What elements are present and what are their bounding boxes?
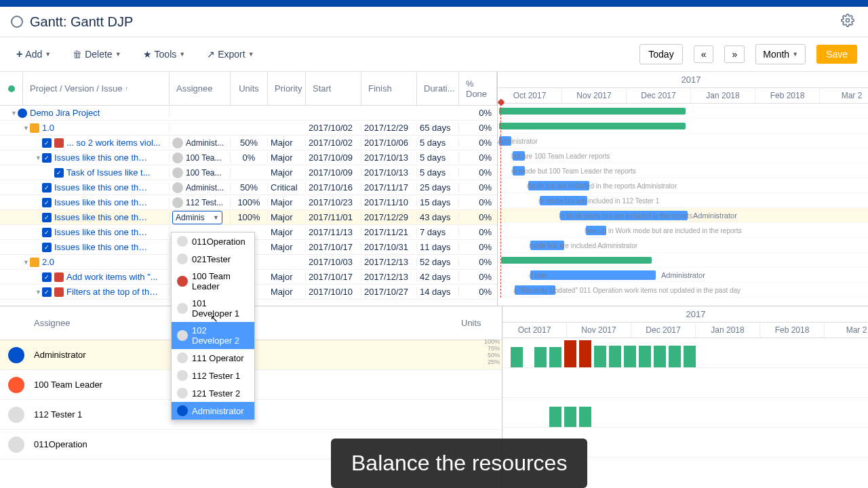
expand-toggle[interactable]: ▼	[35, 155, 42, 161]
gantt-row	[498, 104, 868, 119]
task-link[interactable]: Issues like this one tha...	[54, 197, 149, 207]
task-link[interactable]: Issues like this one tha...	[54, 152, 149, 163]
histogram-bar	[579, 407, 591, 427]
task-link[interactable]: Issues like this one tha...	[54, 212, 149, 222]
dropdown-item[interactable]: 121 Tester 2	[172, 384, 254, 402]
dropdown-item[interactable]: 100 Team Leader	[172, 268, 254, 295]
add-button[interactable]: +Add▼	[11, 45, 56, 63]
task-row[interactable]: ▼1.02017/10/022017/12/2965 days0%	[0, 121, 497, 136]
task-link[interactable]: 2.0	[42, 257, 54, 267]
month-header: Mar 2	[825, 323, 868, 338]
today-button[interactable]: Today	[639, 44, 682, 64]
gantt-row: rk mode but are included in 112 Tester 1	[498, 193, 868, 208]
dropdown-item[interactable]: 102 Developer 2	[172, 322, 254, 349]
checkbox-icon: ✓	[42, 213, 52, 222]
avatar-icon	[172, 197, 183, 208]
version-icon	[30, 123, 39, 133]
gantt-bar[interactable]: how up in Work mode but are included in …	[586, 226, 606, 235]
task-link[interactable]: Task of Issues like t...	[66, 167, 151, 178]
prev-button[interactable]: «	[694, 45, 714, 63]
checkbox-icon: ✓	[42, 243, 52, 252]
export-button[interactable]: ↗Export▼	[201, 46, 259, 62]
gantt-bar[interactable]	[499, 108, 686, 115]
assignee-dropdown[interactable]: 011Operation021Tester100 Team Leader101 …	[171, 232, 255, 420]
task-link[interactable]: Issues like this one tha...	[54, 242, 149, 252]
col-assignee[interactable]: Assignee	[170, 72, 231, 105]
col-priority[interactable]: Priority	[268, 72, 306, 105]
gantt-row: rk mode but 100 Team Leader the reports	[498, 163, 868, 178]
task-link[interactable]: Demo Jira Project	[30, 108, 100, 118]
gantt-bar[interactable]: In Work mode but are included in the rep…	[560, 211, 688, 220]
col-start[interactable]: Start	[306, 72, 361, 105]
gantt-bar[interactable]: rk mode but 100 Team Leader the reports	[513, 166, 525, 176]
pct-scale: 100%75%50%25%	[484, 338, 500, 365]
expand-toggle[interactable]: ▼	[11, 110, 18, 117]
dropdown-item[interactable]: Administrator	[172, 402, 254, 420]
avatar-icon	[177, 352, 188, 363]
gantt-bar[interactable]	[501, 257, 652, 264]
version-icon	[30, 258, 39, 267]
dropdown-item[interactable]: 011Operation	[172, 232, 254, 250]
expand-toggle[interactable]: ▼	[23, 259, 30, 266]
gantt-row: In Work mode but are included in the rep…	[498, 208, 868, 223]
task-row[interactable]: ✓Task of Issues like t...100 Tea...Major…	[0, 165, 497, 180]
task-link[interactable]: Filters at the top of the...	[66, 287, 161, 297]
scale-select[interactable]: Month▼	[755, 44, 806, 64]
col-duration[interactable]: Durati...	[417, 72, 459, 105]
dropdown-item[interactable]: 101 Developer 1	[172, 295, 254, 322]
assignee-combo[interactable]: Adminis▼	[172, 211, 222, 224]
gantt-row	[498, 253, 868, 268]
gantt-bar[interactable]: a "Recently Updated" 011 Operation work …	[515, 285, 555, 295]
task-row[interactable]: ✓Issues like this one tha...Administ...5…	[0, 180, 497, 195]
avatar-icon	[8, 436, 24, 453]
col-units[interactable]: Units	[231, 72, 268, 105]
histogram-row	[502, 368, 868, 398]
expand-toggle[interactable]: ▼	[23, 125, 30, 131]
task-row[interactable]: ✓Issues like this one tha...Adminis▼100%…	[0, 210, 497, 225]
checkbox-icon: ✓	[42, 153, 52, 163]
chevron-down-icon: ▼	[213, 214, 219, 221]
star-icon: ★	[143, 49, 152, 60]
expand-toggle[interactable]: ▼	[35, 289, 42, 296]
task-link[interactable]: Issues like this one tha...	[54, 182, 149, 192]
histogram-bar	[594, 346, 606, 367]
dropdown-item[interactable]: 112 Tester 1	[172, 367, 254, 384]
project-icon	[18, 108, 27, 118]
gantt-bar[interactable]: mode but are included Administrator	[530, 241, 564, 250]
trash-icon: 🗑	[73, 49, 82, 60]
task-row[interactable]: ▼✓Issues like this one tha...100 Tea...0…	[0, 150, 497, 165]
avatar-icon	[177, 388, 188, 399]
task-link[interactable]: 1.0	[42, 123, 54, 133]
task-link[interactable]: Issues like this one tha...	[54, 227, 149, 237]
dropdown-item[interactable]: 021Tester	[172, 250, 254, 268]
status-dot-icon	[8, 85, 15, 92]
story-icon	[54, 272, 64, 282]
delete-button[interactable]: 🗑Delete▼	[67, 46, 126, 62]
histogram-bar	[654, 346, 666, 367]
task-row[interactable]: ✓... so 2 work items viol...Administ...5…	[0, 136, 497, 150]
avatar-icon	[177, 370, 188, 381]
col-done[interactable]: % Done	[459, 72, 497, 105]
gantt-bar[interactable]	[499, 123, 686, 129]
task-row[interactable]: ✓Issues like this one tha...112 Test...1…	[0, 195, 497, 210]
dropdown-item[interactable]: 111 Operator	[172, 349, 254, 367]
avatar-icon	[172, 138, 183, 148]
gantt-row: mode but are included in the reports Adm…	[498, 178, 868, 193]
settings-gear-icon[interactable]	[841, 14, 857, 30]
col-project[interactable]: Project / Version / Issue ↑	[23, 72, 170, 105]
histogram-bar	[564, 340, 576, 367]
gantt-bar[interactable]: d nowAdministrator	[530, 270, 656, 280]
histogram-bar	[564, 407, 576, 427]
task-row[interactable]: ▼Demo Jira Project0%	[0, 106, 497, 121]
tools-button[interactable]: ★Tools▼	[138, 46, 191, 62]
avatar-icon	[172, 152, 183, 163]
resource-col-units[interactable]: Units	[461, 318, 502, 328]
task-link[interactable]: ... so 2 work items viol...	[66, 138, 161, 148]
task-link[interactable]: Add work items with "...	[66, 272, 158, 282]
gantt-bar[interactable]: but are 100 Team Leader reports	[513, 151, 525, 161]
gantt-bar[interactable]: rk mode but are included in 112 Tester 1	[540, 196, 587, 205]
col-finish[interactable]: Finish	[361, 72, 417, 105]
gantt-bar[interactable]: mode but are included in the reports Adm…	[528, 181, 589, 190]
next-button[interactable]: »	[724, 45, 745, 63]
save-button[interactable]: Save	[816, 45, 857, 64]
